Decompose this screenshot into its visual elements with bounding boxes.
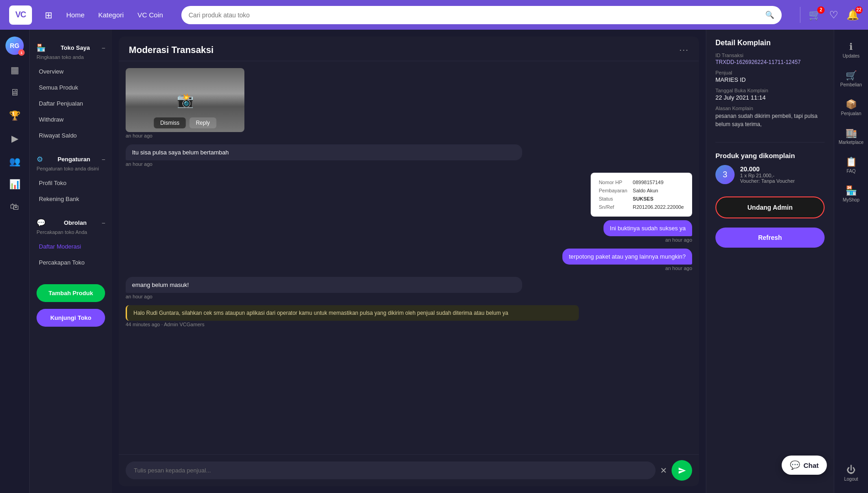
menu-percakapan-toko[interactable]: Percakapan Toko	[30, 254, 112, 270]
msg-bubble-card: Nomor HP08998157149 PembayaranSaldo Akun…	[591, 173, 692, 217]
dismiss-button[interactable]: Dismiss	[154, 117, 186, 128]
pengaturan-sub: Pengaturan toko anda disini	[30, 166, 112, 175]
msg-left-2: emang belum masuk! an hour ago	[126, 277, 692, 302]
avatar-badge: 1	[18, 49, 25, 56]
faq-label: FAQ	[847, 169, 856, 174]
sidebar-icon-trophy[interactable]: 🏆	[5, 105, 25, 126]
far-right-pembelian[interactable]: 🛒 Pembelian	[834, 65, 868, 92]
far-right-marketplace[interactable]: 🏬 Marketplace	[834, 123, 868, 149]
far-right-sidebar: ℹ Updates 🛒 Pembelian 📦 Penjualan 🏬 Mark…	[834, 30, 868, 493]
clear-input-button[interactable]: ✕	[660, 466, 667, 476]
alasan-label: Alasan Komplain	[715, 106, 825, 111]
sidebar-icon-bag[interactable]: 🛍	[5, 196, 25, 217]
sidebar-icon-chart[interactable]: 📊	[5, 174, 25, 194]
menu-daftar-penjualan[interactable]: Daftar Penjualan	[30, 95, 112, 111]
msg-time-admin: 44 minutes ago · Admin VCGamers	[126, 322, 692, 327]
msg-right-1: Ini buktinya sudah sukses ya an hour ago	[126, 220, 692, 245]
nav-icons: 🛒 2 ♡ 🔔 22	[800, 7, 859, 23]
far-right-faq[interactable]: 📋 FAQ	[834, 152, 868, 178]
menu-section-toko-header[interactable]: 🏪 Toko Saya –	[30, 39, 112, 54]
produk-dikomplain-section: Produk yang dikomplain 3 20.000 1 x Rp 2…	[715, 152, 825, 184]
alasan-value: pesanan sudah dikirim pembeli, tapi puls…	[715, 112, 825, 128]
chat-float-icon: 💬	[790, 460, 800, 470]
chat-title: Moderasi Transaksi	[129, 45, 214, 55]
chat-float-button[interactable]: 💬 Chat	[782, 456, 827, 475]
menu-withdraw[interactable]: Withdraw	[30, 111, 112, 127]
menu-section-pengaturan-header[interactable]: ⚙ Pengaturan –	[30, 150, 112, 166]
menu-daftar-moderasi[interactable]: Daftar Moderasi	[30, 239, 112, 254]
topnav: VC ⊞ Home Kategori VC Coin 🔍 🛒 2 ♡ 🔔 22	[0, 0, 868, 30]
marketplace-label: Marketplace	[839, 140, 863, 145]
tanggal-label: Tanggal Buka Komplain	[715, 88, 825, 93]
updates-icon: ℹ	[849, 41, 853, 52]
msg-bubble-left-2: emang belum masuk!	[126, 277, 522, 293]
menu-riwayat-saldo[interactable]: Riwayat Saldo	[30, 127, 112, 143]
menu-semua-produk[interactable]: Semua Produk	[30, 80, 112, 95]
nav-kategori[interactable]: Kategori	[98, 11, 124, 19]
card-label-2: Status	[596, 195, 630, 203]
search-icon[interactable]: 🔍	[765, 11, 774, 19]
wishlist-button[interactable]: ♡	[829, 9, 838, 21]
detail-komplain-title: Detail Komplain	[715, 39, 825, 47]
obrolan-title: Obrolan	[64, 219, 87, 226]
penjualan-icon: 📦	[846, 99, 857, 110]
msg-time-2: an hour ago	[665, 237, 692, 243]
chat-options[interactable]: ···	[679, 45, 689, 55]
far-right-penjualan[interactable]: 📦 Penjualan	[834, 94, 868, 121]
msg-time-0: an hour ago	[126, 133, 692, 138]
produk-icon: 3	[715, 165, 735, 184]
nav-home[interactable]: Home	[66, 11, 85, 19]
kunjungi-toko-button[interactable]: Kunjungi Toko	[37, 309, 105, 327]
send-icon	[678, 466, 686, 475]
tambah-produk-button[interactable]: Tambah Produk	[37, 284, 105, 302]
far-right-updates[interactable]: ℹ Updates	[834, 37, 868, 63]
msg-bubble-right-1: Ini buktinya sudah sukses ya	[603, 220, 692, 236]
panel-divider	[715, 142, 825, 143]
nav-vccoin[interactable]: VC Coin	[138, 11, 163, 19]
penjual-label: Penjual	[715, 70, 825, 75]
menu-profil-toko[interactable]: Profil Toko	[30, 175, 112, 191]
sidebar-icon-play[interactable]: ▶	[5, 128, 25, 148]
marketplace-icon: 🏬	[846, 127, 857, 138]
card-label-0: Nomor HP	[596, 178, 630, 186]
produk-qty: 1 x Rp 21.000,-	[740, 173, 795, 178]
menu-rekening-bank[interactable]: Rekening Bank	[30, 191, 112, 207]
notification-button[interactable]: 🔔 22	[847, 9, 859, 21]
msg-bubble-left-1: Itu sisa pulsa saya belum bertambah	[126, 144, 522, 160]
id-transaksi-label: ID Transaksi	[715, 53, 825, 58]
pengaturan-title: Pengaturan	[58, 156, 90, 163]
avatar-wrap[interactable]: RG 1	[5, 37, 24, 55]
messages-area: 📸 Dismiss Reply an hour ago Itu sisa pul…	[119, 61, 699, 454]
msg-bubble-right-2: terpotong paket atau yang lainnya mungki…	[562, 249, 692, 265]
search-input[interactable]	[189, 11, 765, 19]
far-right-myshop[interactable]: 🏪 MyShop	[834, 180, 868, 207]
penjual-value: MARIES ID	[715, 76, 825, 83]
chat-input[interactable]	[126, 461, 656, 479]
msg-time-4: an hour ago	[126, 294, 692, 299]
reply-button[interactable]: Reply	[190, 117, 217, 128]
sidebar-icon-monitor[interactable]: 🖥	[5, 82, 25, 103]
logo: VC	[9, 5, 32, 25]
card-value-3: R201206.2022.22000e	[630, 203, 687, 211]
card-value-2: SUKSES	[630, 195, 687, 203]
refresh-button[interactable]: Refresh	[715, 228, 825, 248]
grid-icon[interactable]: ⊞	[45, 10, 53, 21]
nav-links: Home Kategori VC Coin	[66, 11, 163, 19]
sidebar-icon-table[interactable]: ▦	[5, 59, 25, 80]
card-value-1: Saldo Akun	[630, 186, 687, 195]
tanggal-value: 22 July 2021 11:14	[715, 94, 825, 101]
far-right-logout[interactable]: ⏻ Logout	[834, 460, 868, 486]
cart-button[interactable]: 🛒 2	[809, 9, 821, 21]
menu-section-toko: 🏪 Toko Saya – Ringkasan toko anda Overvi…	[30, 39, 112, 143]
obrolan-sub: Percakapan toko Anda	[30, 229, 112, 239]
menu-overview[interactable]: Overview	[30, 64, 112, 80]
undang-admin-button[interactable]: Undang Admin	[715, 196, 825, 218]
pembelian-label: Pembelian	[840, 82, 862, 87]
msg-image-block: 📸 Dismiss Reply an hour ago	[126, 68, 692, 141]
notif-badge: 22	[855, 6, 863, 14]
main-layout: RG 1 ▦ 🖥 🏆 ▶ 👥 📊 🛍 🏪 Toko Saya – Ringkas…	[0, 30, 868, 493]
send-button[interactable]	[672, 460, 692, 481]
menu-section-obrolan-header[interactable]: 💬 Obrolan –	[30, 214, 112, 229]
sidebar-icon-users[interactable]: 👥	[5, 151, 25, 171]
chat-input-row: ✕	[119, 454, 699, 486]
